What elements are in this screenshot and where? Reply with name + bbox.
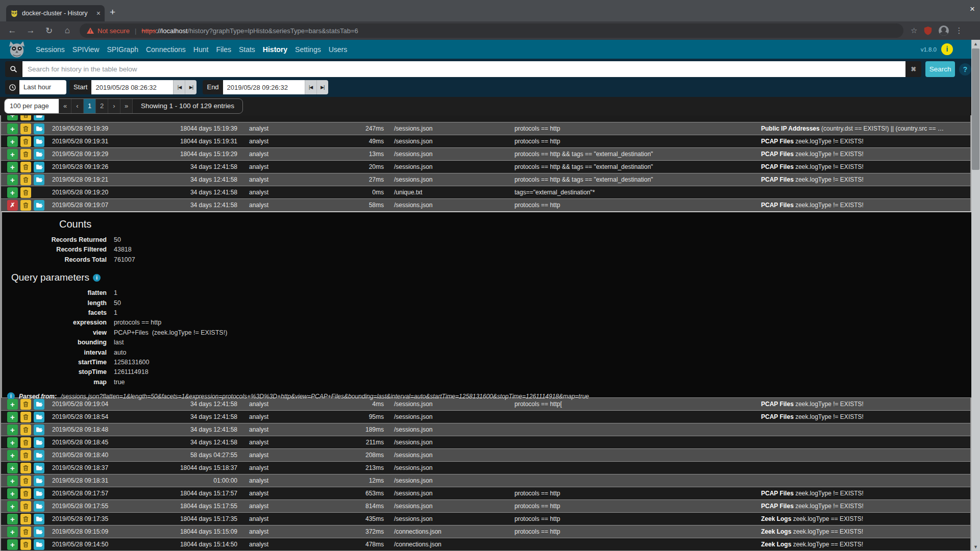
query-parameters-info-icon[interactable]: i (93, 274, 101, 282)
open-query-icon[interactable] (34, 437, 44, 448)
delete-entry-icon[interactable] (20, 123, 31, 134)
delete-entry-icon[interactable] (20, 136, 31, 147)
delete-entry-icon[interactable] (20, 539, 31, 550)
open-query-icon[interactable] (34, 200, 44, 211)
start-skip-end-icon[interactable]: ▶| (185, 80, 197, 94)
expand-row-icon[interactable]: + (7, 450, 18, 461)
forward-icon[interactable]: → (21, 26, 40, 36)
expand-row-icon[interactable]: + (7, 162, 18, 172)
nav-item-hunt[interactable]: Hunt (193, 45, 209, 54)
delete-entry-icon[interactable] (20, 115, 31, 120)
open-query-icon[interactable] (34, 412, 44, 422)
nav-item-history[interactable]: History (263, 45, 287, 54)
window-close-icon[interactable]: × (970, 4, 975, 14)
end-skip-end-icon[interactable]: ▶| (316, 80, 328, 94)
delete-entry-icon[interactable] (20, 149, 31, 160)
open-query-icon[interactable] (34, 123, 44, 134)
nav-item-users[interactable]: Users (329, 45, 348, 54)
delete-entry-icon[interactable] (20, 463, 31, 473)
expand-row-icon[interactable]: + (7, 136, 18, 147)
open-query-icon[interactable] (34, 488, 44, 499)
page-size-select[interactable]: 100 per page (5, 98, 59, 114)
collapse-row-icon[interactable]: ✗ (7, 200, 18, 211)
back-icon[interactable]: ← (3, 26, 21, 36)
delete-entry-icon[interactable] (20, 412, 31, 422)
nav-item-spigraph[interactable]: SPIGraph (107, 45, 138, 54)
pager-page-1[interactable]: 1 (83, 98, 95, 114)
nav-item-sessions[interactable]: Sessions (36, 45, 65, 54)
expand-row-icon[interactable]: + (7, 488, 18, 499)
expand-row-icon[interactable]: + (7, 424, 18, 435)
delete-entry-icon[interactable] (20, 450, 31, 461)
delete-entry-icon[interactable] (20, 514, 31, 524)
scrollbar-thumb[interactable] (972, 48, 979, 170)
expand-row-icon[interactable]: + (7, 412, 18, 422)
scrollbar-up-icon[interactable]: ▲ (971, 40, 980, 48)
expand-row-icon[interactable]: + (7, 115, 18, 120)
delete-entry-icon[interactable] (20, 187, 31, 198)
open-query-icon[interactable] (34, 399, 44, 410)
expand-row-icon[interactable]: + (7, 539, 18, 550)
search-button[interactable]: Search (925, 61, 955, 77)
open-query-icon[interactable] (34, 501, 44, 512)
delete-entry-icon[interactable] (20, 174, 31, 185)
expand-row-icon[interactable]: + (7, 514, 18, 524)
open-query-icon[interactable] (34, 115, 44, 120)
expand-row-icon[interactable]: + (7, 527, 18, 537)
open-query-icon[interactable] (34, 450, 44, 461)
delete-entry-icon[interactable] (20, 437, 31, 448)
home-icon[interactable]: ⌂ (58, 26, 77, 36)
expand-row-icon[interactable]: + (7, 149, 18, 160)
expand-row-icon[interactable]: + (7, 399, 18, 410)
open-query-icon[interactable] (34, 463, 44, 473)
expand-row-icon[interactable]: + (7, 501, 18, 512)
pager-page-2[interactable]: 2 (95, 98, 108, 114)
expand-row-icon[interactable]: + (7, 174, 18, 185)
start-skip-begin-icon[interactable]: |◀ (173, 80, 185, 94)
delete-entry-icon[interactable] (20, 424, 31, 435)
new-tab-button[interactable]: + (110, 7, 115, 17)
url-address-bar[interactable]: ! Not secure | https://localhost/history… (80, 23, 903, 38)
delete-entry-icon[interactable] (20, 475, 31, 486)
open-query-icon[interactable] (34, 539, 44, 550)
nav-item-files[interactable]: Files (216, 45, 231, 54)
ublock-extension-icon[interactable] (923, 26, 933, 35)
open-query-icon[interactable] (34, 514, 44, 524)
reload-icon[interactable]: ↻ (40, 26, 58, 36)
delete-entry-icon[interactable] (20, 162, 31, 172)
app-info-icon[interactable]: i (941, 43, 953, 55)
end-time-input[interactable] (223, 80, 305, 94)
open-query-icon[interactable] (34, 149, 44, 160)
open-query-icon[interactable] (34, 475, 44, 486)
nav-item-stats[interactable]: Stats (239, 45, 255, 54)
expand-row-icon[interactable]: + (7, 475, 18, 486)
expand-row-icon[interactable]: + (7, 437, 18, 448)
pager-prev-button[interactable]: ‹ (71, 98, 83, 114)
delete-entry-icon[interactable] (20, 501, 31, 512)
expand-row-icon[interactable]: + (7, 187, 18, 198)
browser-menu-icon[interactable]: ⋮ (955, 26, 963, 35)
open-query-icon[interactable] (34, 424, 44, 435)
time-preset-select[interactable]: Last hour (19, 80, 66, 94)
clear-search-icon[interactable]: ✖ (905, 61, 921, 77)
pager-first-button[interactable]: « (59, 98, 71, 114)
expand-row-icon[interactable]: + (7, 123, 18, 134)
scrollbar-down-icon[interactable]: ▼ (971, 543, 980, 551)
delete-entry-icon[interactable] (20, 399, 31, 410)
open-query-icon[interactable] (34, 527, 44, 537)
page-scrollbar[interactable]: ▲ ▼ (971, 40, 980, 551)
nav-item-spiview[interactable]: SPIView (72, 45, 100, 54)
tab-close-icon[interactable]: × (96, 9, 101, 17)
delete-entry-icon[interactable] (20, 200, 31, 211)
bookmark-star-icon[interactable]: ☆ (911, 26, 917, 35)
delete-entry-icon[interactable] (20, 488, 31, 499)
browser-tab[interactable]: docker-cluster - History × (6, 5, 105, 21)
open-query-icon[interactable] (34, 162, 44, 172)
pager-next-button[interactable]: › (108, 98, 120, 114)
search-input[interactable] (22, 61, 905, 77)
expand-row-icon[interactable]: + (7, 463, 18, 473)
open-query-icon[interactable] (34, 174, 44, 185)
open-query-icon[interactable] (34, 136, 44, 147)
end-skip-begin-icon[interactable]: |◀ (305, 80, 316, 94)
help-icon[interactable]: ? (959, 63, 971, 76)
